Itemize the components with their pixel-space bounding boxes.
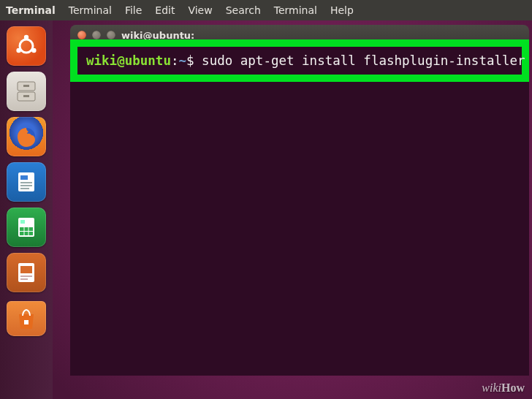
ubuntu-logo-icon (13, 33, 39, 59)
launcher-writer[interactable] (7, 162, 46, 202)
wikihow-watermark: wikiHow (482, 381, 525, 395)
prompt-host: ubuntu (125, 53, 171, 68)
file-cabinet-icon (13, 78, 39, 104)
menu-terminal-2[interactable]: Terminal (274, 4, 317, 16)
menubar-app-name: Terminal (6, 4, 56, 16)
window-close-button[interactable] (77, 31, 86, 39)
instruction-highlight: wiki@ubuntu:~$ sudo apt-get install flas… (70, 39, 529, 82)
launcher-software[interactable] (7, 301, 46, 336)
menu-help[interactable]: Help (330, 4, 354, 16)
svg-rect-19 (20, 220, 25, 224)
launcher-impress[interactable] (7, 253, 46, 292)
prompt-at: @ (117, 53, 125, 68)
svg-point-2 (16, 48, 20, 53)
launcher-firefox[interactable] (7, 117, 46, 156)
watermark-suffix: How (501, 381, 525, 394)
svg-rect-13 (20, 188, 29, 189)
svg-rect-24 (24, 320, 28, 324)
svg-rect-11 (20, 182, 32, 183)
window-minimize-button[interactable] (92, 31, 101, 39)
terminal-prompt-line[interactable]: wiki@ubuntu:~$ sudo apt-get install flas… (77, 47, 522, 75)
window-controls (77, 31, 115, 39)
prompt-user: wiki (86, 53, 117, 68)
svg-rect-12 (20, 185, 32, 186)
menubar: Terminal Terminal File Edit View Search … (0, 0, 532, 20)
svg-rect-10 (20, 175, 28, 180)
menu-edit[interactable]: Edit (155, 4, 175, 16)
presentation-icon (13, 259, 39, 286)
svg-rect-6 (23, 85, 29, 87)
prompt-colon: : (171, 53, 179, 68)
menu-file[interactable]: File (125, 4, 142, 16)
svg-rect-22 (20, 276, 32, 277)
svg-point-1 (24, 35, 28, 39)
document-writer-icon (13, 169, 39, 195)
shopping-bag-icon (13, 305, 39, 332)
menu-search[interactable]: Search (226, 4, 261, 16)
svg-rect-7 (23, 95, 29, 97)
svg-rect-21 (20, 266, 32, 273)
launcher-files[interactable] (7, 72, 46, 111)
spreadsheet-icon (13, 214, 39, 240)
prompt-dollar: $ (186, 53, 202, 68)
launcher (0, 20, 53, 399)
terminal-window: wiki@ubuntu: ~ wiki@ubuntu:~$ sudo apt-g… (70, 25, 529, 376)
window-maximize-button[interactable] (107, 31, 115, 39)
terminal-body[interactable] (70, 82, 529, 376)
launcher-calc[interactable] (7, 208, 46, 247)
menu-view[interactable]: View (188, 4, 212, 16)
svg-point-0 (20, 39, 33, 53)
launcher-dash[interactable] (7, 26, 46, 66)
svg-rect-23 (20, 278, 28, 280)
svg-point-3 (31, 48, 36, 53)
watermark-prefix: wiki (482, 381, 501, 394)
menu-terminal[interactable]: Terminal (69, 4, 112, 16)
prompt-path: ~ (178, 53, 186, 68)
firefox-icon (13, 123, 39, 150)
command-text: sudo apt-get install flashplugin-install… (202, 53, 525, 68)
